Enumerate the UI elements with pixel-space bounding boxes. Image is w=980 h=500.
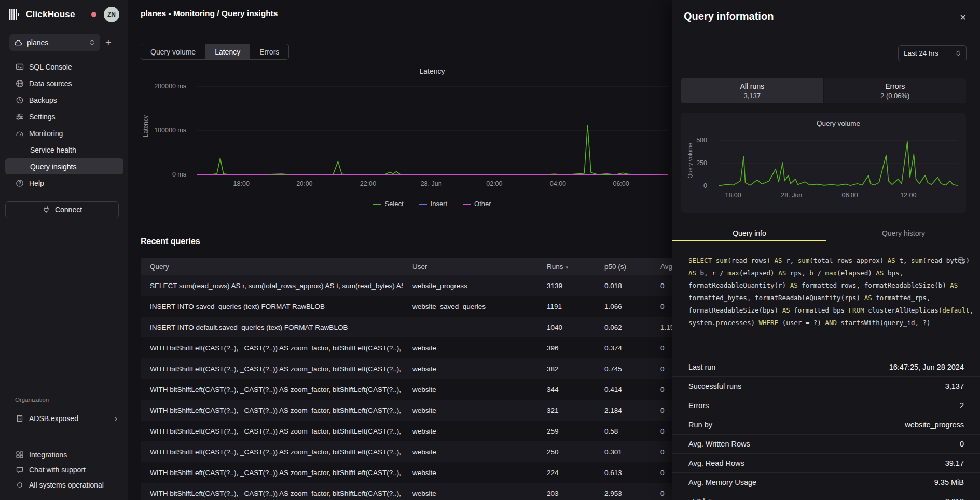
stat-label: Errors — [885, 82, 905, 90]
user-cell: website — [403, 365, 537, 373]
service-selector[interactable]: planes — [9, 34, 100, 51]
table-row[interactable]: INSERT INTO default.saved_queries (text)… — [141, 317, 742, 337]
p50-cell: 0.745 — [595, 365, 651, 373]
notification-dot — [91, 12, 96, 17]
copy-icon[interactable] — [957, 256, 965, 265]
close-icon[interactable]: ✕ — [960, 12, 967, 22]
legend-item-select[interactable]: Select — [373, 200, 403, 208]
table-row[interactable]: SELECT sum(read_rows) AS r, sum(total_ro… — [141, 275, 742, 296]
table-header: Query User Runs▾ p50 (s) Avg. — [141, 258, 742, 275]
table-row[interactable]: WITH bitShiftLeft(CAST(?..), _CAST(?..))… — [141, 441, 742, 462]
p50-cell: 2.953 — [595, 490, 651, 497]
chat-bubble-icon — [16, 466, 24, 474]
table-row[interactable]: WITH bitShiftLeft(CAST(?..), _CAST(?..))… — [141, 358, 742, 379]
service-selector-row: planes + — [9, 34, 119, 51]
page-title: planes - Monitoring / Query insights — [141, 9, 278, 18]
detail-value: 0 — [960, 440, 964, 448]
x-tick: 22:00 — [360, 180, 376, 187]
sidebar-item-sql-console[interactable]: SQL Console — [5, 59, 123, 75]
sidebar-item-integrations[interactable]: Integrations — [5, 447, 123, 462]
x-tick: 06:00 — [841, 192, 858, 199]
column-header-runs[interactable]: Runs▾ — [537, 263, 595, 271]
legend-item-insert[interactable]: Insert — [419, 200, 448, 208]
chart-tab-group: Query volume Latency Errors — [141, 44, 289, 60]
sql-line: formatReadableSize(bps) AS formatted_bps… — [688, 304, 963, 317]
latency-y-ticks: 0 ms100000 ms200000 ms — [128, 78, 191, 175]
detail-row: Successful runs 3,137 — [672, 376, 980, 396]
detail-label: Run by — [688, 421, 712, 429]
tab-errors[interactable]: Errors — [250, 44, 288, 59]
runs-cell: 321 — [537, 407, 595, 414]
avatar[interactable]: ZN — [104, 7, 119, 22]
stat-errors[interactable]: Errors 2 (0.06%) — [824, 78, 967, 103]
sidebar-item-backups[interactable]: Backups — [5, 92, 123, 108]
detail-row: Avg. Read Rows 39.17 — [672, 453, 980, 472]
runs-cell: 203 — [537, 490, 595, 497]
detail-label: Avg. Written Rows — [688, 440, 750, 448]
detail-row: Avg. Written Rows 0 — [672, 434, 980, 453]
x-tick: 06:00 — [613, 180, 629, 187]
volume-y-ticks: 0250500 — [681, 136, 712, 186]
sidebar-item-service-health[interactable]: Service health — [5, 142, 123, 158]
latency-chart-title: Latency — [197, 67, 668, 75]
sidebar-item-query-insights[interactable]: Query insights — [5, 158, 123, 174]
help-icon — [16, 179, 24, 187]
organization-row[interactable]: ADSB.exposed › — [5, 410, 123, 426]
organization-name: ADSB.exposed — [29, 414, 78, 423]
tab-latency[interactable]: Latency — [205, 44, 250, 59]
y-tick: 0 — [703, 182, 707, 190]
p50-cell: 1.066 — [595, 303, 651, 310]
runs-cell: 3139 — [537, 282, 595, 290]
globe-icon — [16, 79, 24, 88]
query-information-panel: Query information ✕ Last 24 hrs All runs… — [672, 0, 980, 500]
sidebar-item-settings[interactable]: Settings — [5, 109, 123, 125]
table-row[interactable]: WITH bitShiftLeft(CAST(?..), _CAST(?..))… — [141, 462, 742, 483]
detail-row: Avg. Memory Usage 9.35 MiB — [672, 472, 980, 492]
sidebar-item-label: All systems operational — [29, 481, 104, 489]
query-cell: WITH bitShiftLeft(CAST(?..), _CAST(?..))… — [141, 407, 403, 414]
select-swatch — [373, 204, 381, 205]
tab-query-history[interactable]: Query history — [826, 225, 980, 241]
sidebar-item-system-status[interactable]: All systems operational — [5, 477, 123, 492]
y-tick: 250 — [696, 159, 707, 167]
add-service-button[interactable]: + — [105, 37, 112, 48]
column-header-query[interactable]: Query — [141, 263, 403, 271]
sidebar-item-data-sources[interactable]: Data sources — [5, 75, 123, 91]
detail-label: Avg. Read Rows — [688, 459, 744, 467]
table-row[interactable]: INSERT INTO saved_queries (text) FORMAT … — [141, 296, 742, 317]
column-header-p50[interactable]: p50 (s) — [595, 263, 651, 271]
table-row[interactable]: WITH bitShiftLeft(CAST(?..), _CAST(?..))… — [141, 379, 742, 400]
table-row[interactable]: WITH bitShiftLeft(CAST(?..), _CAST(?..))… — [141, 483, 742, 500]
x-tick: 20:00 — [296, 180, 312, 187]
sql-line: formatReadableQuantity(r) AS formatted_r… — [688, 279, 963, 292]
x-tick: 12:00 — [900, 192, 916, 199]
query-cell: INSERT INTO default.saved_queries (text)… — [141, 323, 403, 331]
table-row[interactable]: WITH bitShiftLeft(CAST(?..), _CAST(?..))… — [141, 421, 742, 441]
stat-all-runs[interactable]: All runs 3,137 — [681, 78, 823, 103]
other-swatch — [463, 204, 471, 205]
table-row[interactable]: WITH bitShiftLeft(CAST(?..), _CAST(?..))… — [141, 337, 742, 358]
detail-label: Last run — [688, 363, 715, 371]
gauge-icon — [16, 129, 24, 138]
sidebar-item-label: Query insights — [30, 163, 76, 171]
stat-label: All runs — [740, 82, 764, 90]
connect-button[interactable]: Connect — [5, 201, 119, 218]
query-cell: WITH bitShiftLeft(CAST(?..), _CAST(?..))… — [141, 365, 403, 373]
tab-query-volume[interactable]: Query volume — [141, 44, 205, 59]
sidebar-item-help[interactable]: Help — [5, 175, 123, 191]
runs-cell: 1040 — [537, 323, 595, 331]
tab-query-info[interactable]: Query info — [672, 225, 826, 241]
detail-label: Successful runs — [688, 382, 741, 390]
table-row[interactable]: WITH bitShiftLeft(CAST(?..), _CAST(?..))… — [141, 400, 742, 421]
sidebar-item-monitoring[interactable]: Monitoring — [5, 125, 123, 141]
column-header-user[interactable]: User — [403, 263, 537, 271]
runs-cell: 382 — [537, 365, 595, 373]
time-range-select[interactable]: Last 24 hrs — [898, 45, 967, 61]
x-tick: 18:00 — [725, 192, 741, 199]
x-tick: 02:00 — [486, 180, 502, 187]
detail-label: p50 latency — [688, 497, 727, 500]
query-cell: WITH bitShiftLeft(CAST(?..), _CAST(?..))… — [141, 490, 403, 497]
brand-name: ClickHouse — [26, 9, 75, 20]
legend-item-other[interactable]: Other — [463, 200, 491, 208]
sidebar-item-chat-support[interactable]: Chat with support — [5, 462, 123, 477]
